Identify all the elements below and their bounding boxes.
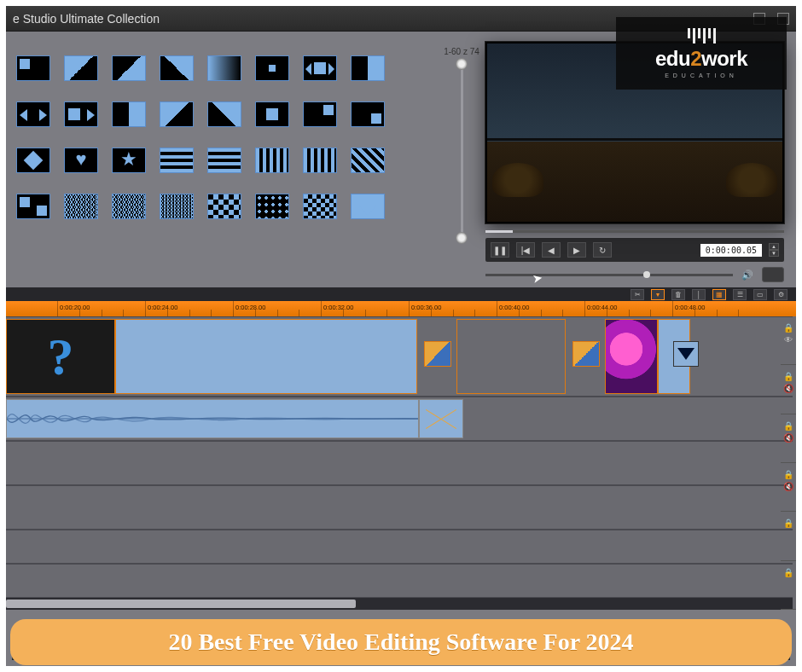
transition-diamond[interactable]	[16, 148, 50, 173]
step-down-icon[interactable]: ▼	[769, 250, 779, 257]
volume-thumb[interactable]	[643, 271, 650, 278]
transition-star[interactable]: ★	[112, 148, 146, 173]
loop-button[interactable]: ↻	[593, 242, 612, 258]
ruler-label: 0:00:24.00	[148, 304, 177, 311]
transition-stripes-h-1[interactable]	[160, 148, 194, 173]
fullscreen-button[interactable]	[762, 267, 784, 282]
lock-icon[interactable]: 🔒	[783, 372, 793, 381]
lock-icon[interactable]: 🔒	[783, 421, 793, 431]
transition-checker[interactable]	[207, 194, 241, 219]
transition-qr[interactable]	[160, 194, 194, 219]
track-4[interactable]	[6, 485, 793, 530]
timeline-toolstrip: ✂ ▾ 🗑 │ ▦ ☰ ▭ ⚙	[6, 287, 796, 301]
volume-slider[interactable]	[485, 274, 733, 276]
transition-sq-corner-1[interactable]	[303, 101, 337, 127]
video-clip-2[interactable]	[456, 319, 566, 394]
track-6[interactable]	[6, 564, 793, 598]
transition-checker-dark[interactable]	[303, 194, 337, 219]
tool-razor-icon[interactable]: ✂	[631, 289, 644, 300]
transition-noise[interactable]	[64, 194, 98, 219]
logo-text: edu2work	[655, 47, 747, 71]
audio-track[interactable]	[6, 397, 793, 441]
rewind-button[interactable]: ◀	[542, 242, 561, 258]
lock-icon[interactable]: 🔒	[783, 470, 793, 479]
placeholder-clip[interactable]: ?	[6, 319, 115, 394]
ruler-tick	[672, 301, 673, 316]
tool-trash-icon[interactable]: 🗑	[671, 289, 685, 300]
logo-bars-icon	[688, 28, 716, 43]
transition-clip-3[interactable]	[673, 341, 699, 367]
transition-arrow-right-2[interactable]	[112, 101, 146, 127]
scroll-track[interactable]	[461, 61, 463, 240]
scroll-thumb-top[interactable]	[456, 58, 468, 70]
timeline-ruler[interactable]: 0:00:20.000:00:24.000:00:28.000:00:32.00…	[6, 301, 796, 316]
transition-diag-wipe-2[interactable]	[207, 101, 241, 127]
transition-box-in[interactable]	[255, 55, 289, 81]
transition-noise-2[interactable]	[112, 194, 146, 219]
transition-diag-stripes[interactable]	[351, 148, 385, 173]
caption-text: 20 Best Free Video Editing Software For …	[168, 629, 633, 656]
transition-square-center[interactable]	[255, 101, 289, 127]
transition-box-out[interactable]	[303, 55, 337, 81]
transition-arrows-lr[interactable]	[16, 101, 50, 127]
track-controls-column: 🔒👁 🔒🔇 🔒🔇 🔒🔇 🔒 🔒	[781, 316, 796, 610]
track-5[interactable]	[6, 530, 793, 564]
transition-arrow-out-br[interactable]	[112, 55, 146, 81]
ruler-label: 0:00:28.00	[235, 304, 265, 311]
prev-button[interactable]: |◀	[516, 242, 535, 258]
transition-sq-small-1[interactable]	[16, 194, 50, 219]
timecode-display: 0:00:00.05	[700, 244, 762, 257]
mute-icon[interactable]: 🔇	[783, 482, 793, 491]
question-icon: ?	[48, 327, 74, 387]
mute-icon[interactable]: 🔇	[783, 433, 793, 443]
transition-arrow-in-br[interactable]	[160, 55, 194, 81]
tool-settings-icon[interactable]: ⚙	[774, 289, 787, 300]
transition-sq-corner-2[interactable]	[351, 101, 385, 127]
transition-dots[interactable]	[255, 194, 289, 219]
lock-icon[interactable]: 🔒	[783, 568, 793, 577]
timeline-hscroll[interactable]	[6, 598, 793, 610]
tool-grid2-icon[interactable]: ☰	[733, 289, 747, 300]
transitions-scroll: 1-60 z 74	[441, 32, 482, 287]
lock-icon[interactable]: 🔒	[783, 518, 793, 528]
transition-stripes-v-2[interactable]	[303, 148, 337, 173]
play-button[interactable]: ▶	[567, 242, 586, 258]
scroll-thumb-bottom[interactable]	[456, 232, 468, 244]
transition-clip-1[interactable]	[424, 341, 451, 367]
transition-clip-2[interactable]	[572, 341, 600, 367]
transition-crossfade[interactable]	[207, 55, 241, 81]
audio-crossfade[interactable]	[419, 399, 463, 438]
video-clip-3[interactable]	[605, 319, 658, 394]
transition-heart[interactable]: ♥	[64, 148, 98, 173]
tool-grid3-icon[interactable]: ▭	[753, 289, 767, 300]
pause-button[interactable]: ❚❚	[491, 242, 509, 258]
transition-half-right[interactable]	[351, 55, 385, 81]
transition-square-top-left[interactable]	[16, 55, 50, 81]
caption-banner: 20 Best Free Video Editing Software For …	[10, 619, 792, 665]
transition-diag-wipe-1[interactable]	[160, 101, 194, 127]
tool-grid1-icon[interactable]: ▦	[712, 289, 726, 300]
mute-icon[interactable]: 🔇	[783, 384, 793, 393]
transition-arrow-right[interactable]	[64, 101, 98, 127]
transition-arrow-in-tl[interactable]	[64, 55, 98, 81]
volume-row: 🔊	[485, 267, 784, 282]
transition-stripes-h-2[interactable]	[207, 148, 241, 173]
window-title: e Studio Ultimate Collection	[13, 12, 160, 26]
step-up-icon[interactable]: ▲	[769, 243, 779, 250]
transition-v-triangle[interactable]	[351, 194, 385, 219]
transitions-panel: ♥★	[6, 32, 441, 287]
track-3[interactable]	[6, 441, 793, 485]
video-track[interactable]: ?	[6, 316, 793, 397]
eye-icon[interactable]: 👁	[784, 335, 793, 345]
transition-stripes-v-1[interactable]	[255, 148, 289, 173]
tool-marker-icon[interactable]: ▾	[651, 289, 665, 300]
brand-logo-overlay: edu2work EDUCATION	[616, 17, 787, 90]
preview-progress[interactable]	[485, 230, 784, 233]
hscroll-thumb[interactable]	[6, 600, 356, 608]
video-clip-1[interactable]	[115, 319, 417, 394]
ruler-tick	[321, 301, 322, 316]
speaker-icon[interactable]: 🔊	[741, 269, 753, 281]
timecode-stepper[interactable]: ▲ ▼	[769, 243, 779, 257]
lock-icon[interactable]: 🔒	[783, 323, 793, 333]
audio-clip[interactable]	[6, 399, 419, 438]
